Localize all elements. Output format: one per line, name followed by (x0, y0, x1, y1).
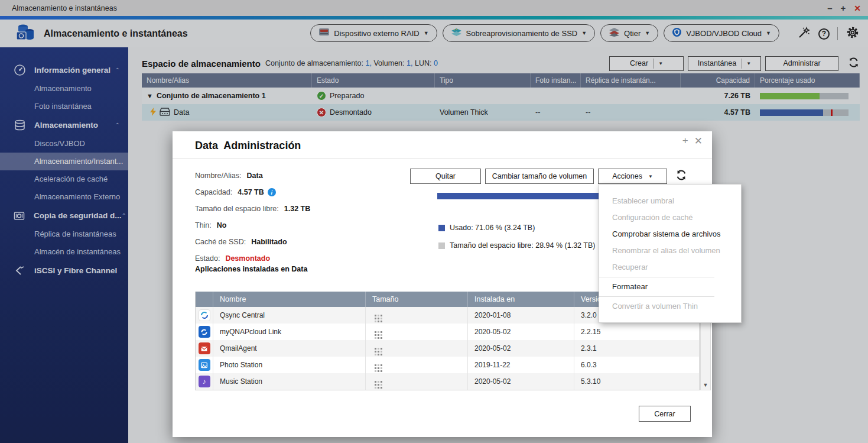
menu-item-comprobar-sistema-archivos[interactable]: Comprobar sistema de archivos (599, 226, 741, 242)
used-legend-swatch (438, 225, 445, 231)
photo-station-icon (199, 359, 210, 371)
volume-info: Nombre/Alias: Data Capacidad: 4.57 TB i … (195, 167, 310, 267)
loading-size-icon (375, 315, 376, 316)
actions-dropdown-button[interactable]: Acciones ▼ (598, 169, 667, 184)
actions-menu: Establecer umbral Configuración de caché… (599, 184, 742, 323)
menu-item-renombrar-alias[interactable]: Renombrar el alias del volumen (599, 242, 741, 259)
free-legend-swatch (438, 242, 445, 249)
resize-volume-button[interactable]: Cambiar tamaño de volumen (485, 169, 594, 184)
scroll-down-arrow-icon[interactable]: ▼ (701, 382, 710, 388)
loading-size-icon (375, 381, 376, 383)
divider (173, 158, 712, 159)
dialog-title: Data Administración (195, 140, 301, 152)
chevron-down-icon: ▼ (648, 174, 653, 179)
menu-item-configuracion-cache[interactable]: Configuración de caché (599, 209, 741, 226)
menu-item-formatear[interactable]: Formatear (599, 279, 741, 295)
loading-size-icon (375, 364, 376, 366)
app-row-photo-station[interactable]: Photo Station 2019-11-22 6.0.3 (196, 357, 700, 373)
app-row-qmailagent[interactable]: QmailAgent 2020-05-02 2.3.1 (196, 340, 700, 357)
menu-item-recuperar[interactable]: Recuperar (599, 259, 741, 276)
loading-size-icon (375, 348, 376, 350)
info-icon[interactable]: i (268, 188, 276, 196)
close-dialog-button[interactable]: Cerrar (639, 406, 691, 422)
qsync-central-icon (199, 309, 210, 321)
installed-apps-label: Aplicaciones instaladas en Data (195, 265, 307, 273)
menu-divider (599, 296, 714, 297)
menu-divider (599, 277, 714, 277)
music-station-icon: ♪ (199, 376, 210, 387)
loading-size-icon (375, 331, 376, 333)
remove-button[interactable]: Quitar (410, 169, 481, 184)
menu-item-convertir-thin[interactable]: Convertir a volumen Thin (599, 298, 741, 315)
status-value-unmounted: Desmontado (225, 254, 270, 263)
screen: Almacenamiento e instantáneas – + ✕ Alma… (0, 0, 868, 443)
app-row-myqnapcloud-link[interactable]: myQNAPcloud Link 2020-05-02 2.2.15 (196, 324, 700, 340)
app-row-music-station[interactable]: ♪ Music Station 2020-05-02 5.3.10 (196, 373, 700, 390)
qmailagent-icon (199, 342, 210, 354)
refresh-icon[interactable] (675, 169, 688, 184)
menu-item-establecer-umbral[interactable]: Establecer umbral (599, 193, 741, 209)
dialog-close-icon[interactable]: ✕ (694, 135, 703, 147)
dialog-maximize-icon[interactable]: + (682, 135, 688, 147)
myqnapcloud-link-icon (199, 326, 210, 338)
usage-legend: Usado: 71.06 % (3.24 TB) Tamaño del espa… (438, 219, 595, 254)
